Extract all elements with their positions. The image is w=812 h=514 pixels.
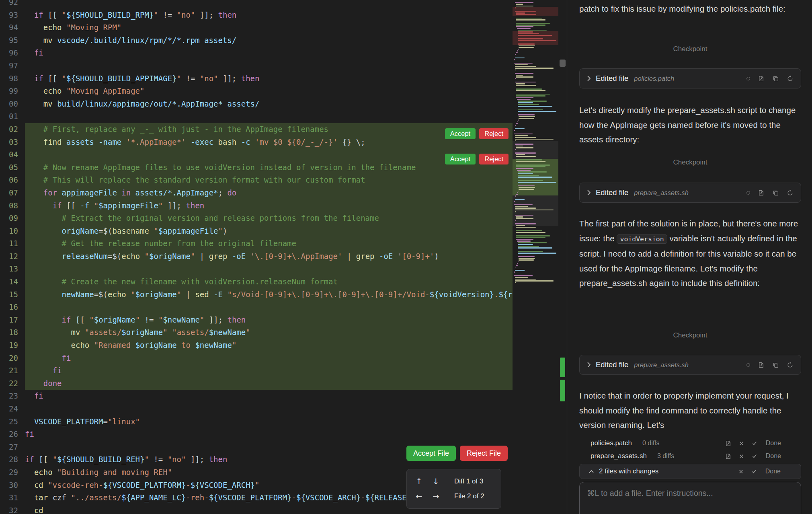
chevron-right-icon[interactable] bbox=[587, 362, 591, 368]
edited-file-card[interactable]: Edited file policies.patch bbox=[579, 68, 801, 88]
accept-check-icon[interactable] bbox=[751, 440, 758, 446]
code-line[interactable]: 96fi bbox=[0, 47, 513, 60]
accept-file-button[interactable]: Accept File bbox=[406, 446, 456, 461]
line-number: 11 bbox=[0, 237, 25, 250]
chat-input[interactable]: ⌘L to add a file. Enter instructions... bbox=[579, 482, 801, 514]
next-diff-button[interactable]: ↓ bbox=[433, 477, 449, 486]
diff-marker bbox=[560, 358, 565, 377]
code-line[interactable]: 21fi bbox=[0, 364, 513, 377]
status-circle-icon bbox=[746, 77, 750, 80]
code-line[interactable]: 20fi bbox=[0, 352, 513, 365]
open-file-icon[interactable] bbox=[725, 440, 732, 447]
accept-check-icon[interactable] bbox=[751, 453, 758, 459]
code-line[interactable]: 25VSCODE_PLATFORM="linux" bbox=[0, 415, 513, 428]
changed-file-row[interactable]: policies.patch 0 diffs Done bbox=[579, 437, 801, 450]
code-line[interactable]: 01 bbox=[0, 110, 513, 123]
code-line[interactable]: 97 bbox=[0, 60, 513, 72]
open-file-icon[interactable] bbox=[758, 189, 765, 196]
chevron-right-icon[interactable] bbox=[587, 75, 591, 82]
next-file-button[interactable]: → bbox=[433, 491, 449, 501]
code-line[interactable]: 16 bbox=[0, 301, 513, 314]
reject-all-x-icon[interactable] bbox=[738, 469, 744, 475]
reject-button[interactable]: Reject bbox=[479, 154, 509, 164]
code-line[interactable]: 99echo "Moving AppImage" bbox=[0, 85, 513, 98]
code-line[interactable]: 22done bbox=[0, 377, 513, 390]
scrollbar-thumb[interactable] bbox=[560, 60, 566, 67]
line-number: 15 bbox=[0, 288, 25, 301]
restore-icon[interactable] bbox=[787, 189, 794, 196]
code-line[interactable]: 08if [[ -f "$appimageFile" ]]; then bbox=[0, 199, 513, 212]
code-line[interactable]: 07for appimageFile in assets/*.AppImage*… bbox=[0, 187, 513, 199]
chevron-up-icon[interactable] bbox=[588, 469, 594, 473]
line-number: 32 bbox=[0, 504, 25, 514]
accept-button[interactable]: Accept bbox=[445, 128, 476, 139]
line-number: 24 bbox=[0, 403, 25, 415]
code-line[interactable]: 14# Create the new filename with voidVer… bbox=[0, 276, 513, 288]
code-line[interactable]: 10origName=$(basename "$appimageFile") bbox=[0, 225, 513, 238]
checkpoint-label: Checkpoint bbox=[579, 158, 801, 167]
line-number: 95 bbox=[0, 34, 25, 47]
code-line[interactable]: 92 bbox=[0, 0, 513, 9]
code-line[interactable]: 19echo "Renamed $origName to $newName" bbox=[0, 339, 513, 352]
code-line[interactable]: 05# Now rename AppImage files to use voi… bbox=[0, 161, 513, 174]
code-line[interactable]: 26fi bbox=[0, 428, 513, 441]
code-line[interactable]: 17if [[ "$origName" != "$newName" ]]; th… bbox=[0, 314, 513, 327]
code-line[interactable]: 06# This will replace the standard versi… bbox=[0, 174, 513, 187]
diff-count: 3 diffs bbox=[657, 452, 674, 460]
prev-diff-button[interactable]: ↑ bbox=[416, 477, 433, 486]
code-line[interactable]: 03find assets -name '*.AppImage*' -exec … bbox=[0, 136, 513, 149]
card-icon-group bbox=[746, 189, 794, 196]
copy-icon[interactable] bbox=[772, 189, 779, 196]
edited-file-title: Edited file bbox=[596, 74, 628, 83]
code-editor[interactable]: 9293if [[ "${SHOULD_BUILD_RPM}" != "no" … bbox=[0, 0, 513, 514]
code-line[interactable]: 24 bbox=[0, 403, 513, 415]
restore-icon[interactable] bbox=[787, 75, 794, 82]
line-number: 28 bbox=[0, 453, 25, 466]
code-line[interactable]: 18mv "assets/$origName" "assets/$newName… bbox=[0, 326, 513, 339]
chevron-right-icon[interactable] bbox=[587, 189, 591, 196]
code-line[interactable]: 04 bbox=[0, 148, 513, 161]
code-line[interactable]: 11# Get the release number from the orig… bbox=[0, 237, 513, 250]
reject-file-button[interactable]: Reject File bbox=[460, 446, 508, 461]
line-number: 20 bbox=[0, 352, 25, 365]
code-line[interactable]: 02# First, replace any _-_ with just - i… bbox=[0, 123, 513, 136]
open-file-icon[interactable] bbox=[758, 75, 765, 82]
open-file-icon[interactable] bbox=[758, 362, 765, 368]
open-file-icon[interactable] bbox=[725, 453, 732, 460]
copy-icon[interactable] bbox=[772, 362, 779, 368]
edited-file-card[interactable]: Edited file prepare_assets.sh bbox=[579, 183, 801, 203]
code-line[interactable]: 93if [[ "${SHOULD_BUILD_RPM}" != "no" ]]… bbox=[0, 9, 513, 22]
minimap[interactable] bbox=[513, 0, 558, 514]
files-with-changes-bar[interactable]: 2 files with changes Done bbox=[579, 464, 801, 479]
code-line[interactable]: 13 bbox=[0, 263, 513, 276]
overview-ruler[interactable] bbox=[558, 0, 567, 514]
edited-file-card[interactable]: Edited file prepare_assets.sh bbox=[579, 355, 801, 375]
changed-file-row[interactable]: prepare_assets.sh 3 diffs Done bbox=[579, 450, 801, 463]
code-line[interactable]: 23fi bbox=[0, 390, 513, 403]
code-line[interactable]: 12releaseNum=$(echo "$origName" | grep -… bbox=[0, 250, 513, 263]
minimap-viewport[interactable] bbox=[513, 141, 558, 226]
accept-button[interactable]: Accept bbox=[445, 154, 476, 164]
chat-input-placeholder: ⌘L to add a file. Enter instructions... bbox=[587, 489, 713, 498]
code-line[interactable]: 00mv build/linux/appimage/out/*.AppImage… bbox=[0, 98, 513, 111]
copy-icon[interactable] bbox=[772, 75, 779, 82]
assistant-message: The first part of the solution is in pla… bbox=[579, 216, 801, 291]
line-number: 14 bbox=[0, 276, 25, 288]
code-line[interactable]: 98if [[ "${SHOULD_BUILD_APPIMAGE}" != "n… bbox=[0, 72, 513, 85]
accept-all-check-icon[interactable] bbox=[751, 468, 757, 475]
line-number: 13 bbox=[0, 263, 25, 276]
reject-x-icon[interactable] bbox=[738, 453, 744, 459]
restore-icon[interactable] bbox=[787, 362, 794, 368]
reject-button[interactable]: Reject bbox=[479, 128, 509, 139]
file-row-icons bbox=[725, 453, 758, 460]
code-line[interactable]: 15newName=$(echo "$origName" | sed -E "s… bbox=[0, 288, 513, 301]
code-line[interactable]: 09# Extract the original version and rel… bbox=[0, 212, 513, 225]
prev-file-button[interactable]: ← bbox=[416, 491, 433, 501]
line-number: 09 bbox=[0, 212, 25, 225]
assistant-message: patch to fix this issue by modifying the… bbox=[579, 2, 801, 16]
file-diff-actions: Accept File Reject File bbox=[406, 446, 508, 461]
reject-x-icon[interactable] bbox=[738, 440, 744, 446]
diff-block-actions-1: Accept Reject bbox=[445, 128, 509, 139]
code-line[interactable]: 94echo "Moving RPM" bbox=[0, 21, 513, 34]
code-line[interactable]: 95mv vscode/.build/linux/rpm/*/*.rpm ass… bbox=[0, 34, 513, 47]
